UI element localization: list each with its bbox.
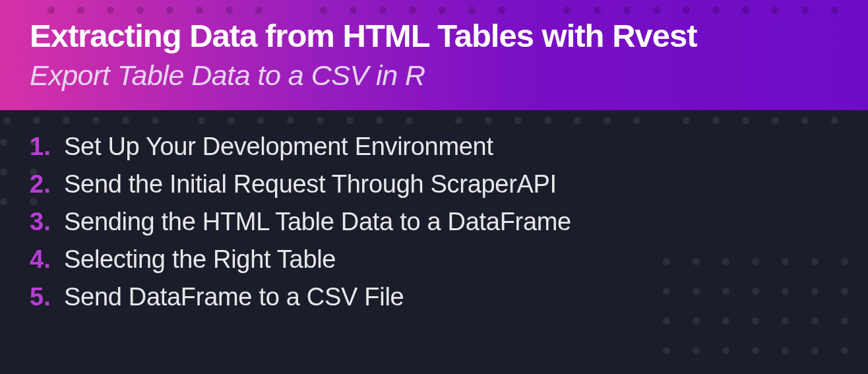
decorative-dots-corner [663,258,848,354]
step-item: 2. Send the Initial Request Through Scra… [30,170,838,199]
main-title: Extracting Data from HTML Tables with Rv… [30,18,838,54]
step-number: 3. [30,208,55,236]
step-number: 4. [30,245,55,274]
step-item: 3. Sending the HTML Table Data to a Data… [30,208,838,236]
step-number: 5. [30,283,55,311]
decorative-dots [564,7,838,14]
decorative-dots [320,7,505,14]
step-text: Selecting the Right Table [64,245,336,274]
decorative-dots-side [0,139,37,205]
step-text: Send DataFrame to a CSV File [64,283,404,311]
header-banner: Extracting Data from HTML Tables with Rv… [0,0,868,110]
decorative-dots-band [0,110,868,139]
subtitle: Export Table Data to a CSV in R [30,59,838,92]
step-text: Sending the HTML Table Data to a DataFra… [64,208,571,236]
decorative-dots [47,7,263,14]
step-text: Send the Initial Request Through Scraper… [64,170,557,199]
